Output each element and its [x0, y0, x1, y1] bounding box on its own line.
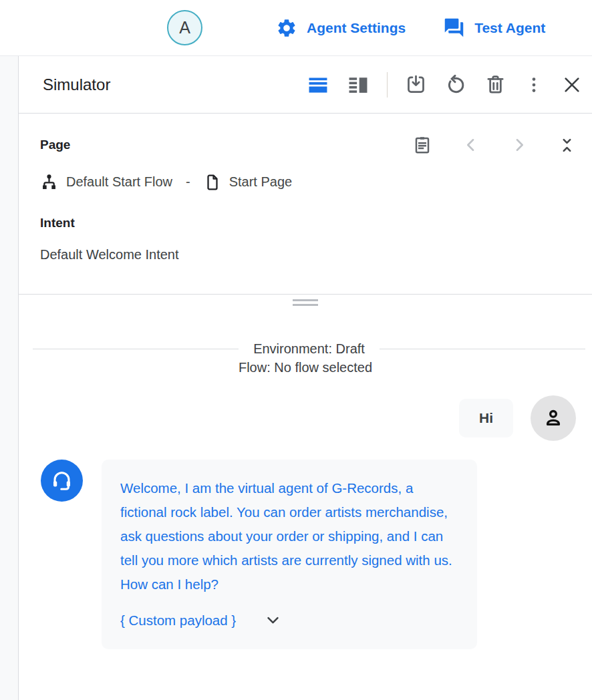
avatar[interactable]: A	[167, 10, 202, 45]
flow-icon	[40, 173, 58, 191]
chevron-right-icon	[510, 136, 529, 154]
close-icon	[561, 74, 583, 96]
flow-page-breadcrumb[interactable]: Default Start Flow - Start Page	[40, 173, 576, 191]
user-avatar	[531, 395, 576, 441]
environment-status: Environment: Draft	[239, 341, 380, 357]
simulator-panel: Simulator	[19, 56, 592, 700]
divider-line-right	[380, 349, 585, 349]
trash-icon	[484, 73, 506, 96]
execution-details-section: Page	[19, 114, 592, 295]
forum-chat-icon	[443, 17, 465, 39]
page-label: Page	[40, 138, 70, 152]
close-panel-button[interactable]	[561, 74, 583, 96]
headset-icon	[49, 468, 74, 493]
page-header-tools	[412, 135, 576, 155]
intent-label: Intent	[40, 216, 576, 230]
flow-name[interactable]: Default Start Flow	[66, 174, 172, 190]
save-conversation-button[interactable]	[405, 73, 427, 96]
side-panel-view-button[interactable]	[347, 73, 369, 96]
user-message-bubble: Hi	[459, 399, 513, 437]
flow-status: Flow: No flow selected	[19, 360, 592, 375]
panel-title: Simulator	[43, 75, 110, 94]
save-download-icon	[405, 73, 427, 96]
agent-settings-label: Agent Settings	[307, 20, 406, 36]
message-list-view-icon	[307, 73, 329, 96]
intent-value[interactable]: Default Welcome Intent	[40, 247, 576, 262]
breadcrumb-separator: -	[186, 174, 190, 190]
environment-divider: Environment: Draft	[33, 341, 585, 357]
delete-conversation-button[interactable]	[484, 73, 506, 96]
test-agent-label: Test Agent	[474, 20, 545, 36]
conversation-area: Environment: Draft Flow: No flow selecte…	[19, 311, 592, 700]
test-agent-button[interactable]: Test Agent	[443, 17, 545, 39]
user-message-text: Hi	[479, 410, 493, 425]
page-doc-icon	[204, 174, 221, 191]
rotate-left-icon	[444, 73, 467, 96]
simulator-header: Simulator	[19, 56, 592, 114]
page-header-row: Page	[40, 135, 576, 155]
agent-settings-button[interactable]: Agent Settings	[276, 17, 406, 39]
page-name[interactable]: Start Page	[229, 174, 293, 190]
side-panel-view-icon	[347, 73, 369, 96]
previous-step-button[interactable]	[462, 136, 480, 154]
user-message-row: Hi	[19, 395, 592, 441]
drag-handle[interactable]	[293, 299, 318, 306]
unfold-less-icon	[558, 136, 576, 154]
divider-line-left	[33, 349, 239, 349]
panel-resize-row	[19, 295, 592, 311]
top-app-bar: A Agent Settings Test Agent	[0, 0, 592, 56]
avatar-letter: A	[179, 18, 190, 37]
chevron-down-icon	[264, 611, 282, 629]
copy-resources-button[interactable]	[412, 135, 432, 155]
left-gutter	[0, 56, 19, 700]
agent-message-bubble: Welcome, I am the virtual agent of G-Rec…	[102, 460, 477, 649]
agent-message-row: Welcome, I am the virtual agent of G-Rec…	[19, 460, 592, 649]
next-step-button[interactable]	[510, 136, 529, 154]
dialogflow-simulator-screen: A Agent Settings Test Agent Simulator	[0, 0, 592, 700]
collapse-section-button[interactable]	[558, 136, 576, 154]
person-icon	[541, 406, 565, 430]
chevron-left-icon	[462, 136, 480, 154]
agent-avatar	[41, 460, 83, 502]
message-list-view-button[interactable]	[307, 73, 329, 96]
agent-message-text: Welcome, I am the virtual agent of G-Rec…	[120, 476, 458, 596]
gear-icon	[276, 17, 297, 39]
kebab-menu-icon	[524, 75, 544, 95]
toolbar-divider	[387, 72, 388, 98]
more-options-button[interactable]	[524, 75, 544, 95]
simulator-toolbar	[307, 72, 583, 98]
custom-payload-toggle[interactable]: { Custom payload }	[120, 611, 282, 629]
reset-conversation-button[interactable]	[444, 73, 467, 96]
main-area: Simulator	[0, 56, 592, 700]
clipboard-icon	[412, 135, 432, 155]
custom-payload-label: { Custom payload }	[120, 612, 236, 629]
